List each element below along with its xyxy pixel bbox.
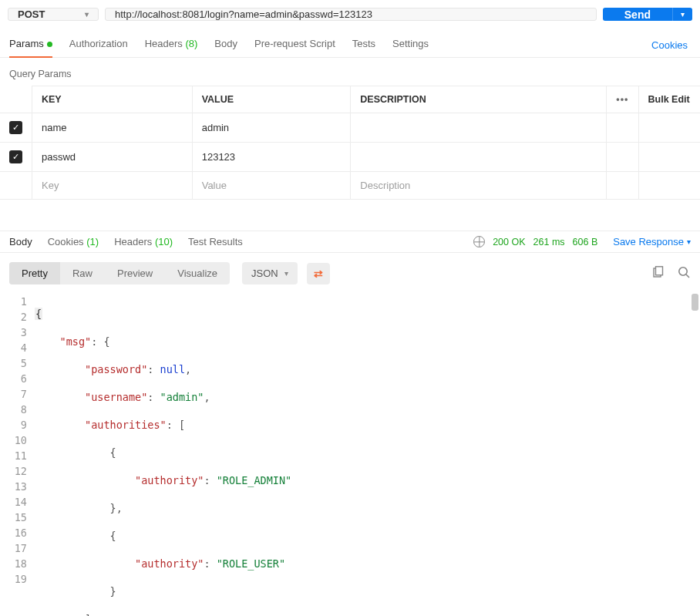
tab-authorization[interactable]: Authorization: [69, 33, 128, 57]
table-row: ✓ passwd 123123: [0, 143, 700, 172]
chevron-down-icon: ▾: [681, 10, 685, 19]
param-desc[interactable]: [351, 113, 607, 143]
tab-body[interactable]: Body: [214, 33, 237, 57]
query-params-table: KEY VALUE DESCRIPTION ••• Bulk Edit ✓ na…: [0, 86, 700, 200]
col-value: VALUE: [192, 86, 351, 113]
checkbox[interactable]: ✓: [9, 121, 22, 134]
format-select[interactable]: JSON ▾: [242, 262, 298, 284]
url-text: http://localhost:8081/login?name=admin&p…: [115, 8, 372, 20]
resp-tab-cookies[interactable]: Cookies (1): [48, 236, 99, 247]
table-row-new: Key Value Description: [0, 172, 700, 200]
status-code: 200 OK: [493, 237, 525, 247]
seg-raw[interactable]: Raw: [60, 262, 105, 284]
table-row: ✓ name admin: [0, 113, 700, 143]
cookies-link[interactable]: Cookies: [651, 39, 691, 51]
search-icon[interactable]: [678, 266, 691, 281]
param-value[interactable]: admin: [192, 113, 351, 143]
param-desc[interactable]: [351, 143, 607, 172]
method-label: POST: [18, 8, 45, 20]
tab-params[interactable]: Params: [9, 33, 52, 57]
query-params-title: Query Params: [0, 58, 700, 86]
param-key-placeholder[interactable]: Key: [32, 172, 193, 200]
param-value-placeholder[interactable]: Value: [192, 172, 351, 200]
url-input[interactable]: http://localhost:8081/login?name=admin&p…: [105, 8, 597, 21]
param-key[interactable]: passwd: [32, 143, 193, 172]
copy-icon[interactable]: [651, 266, 664, 281]
chevron-down-icon: ▾: [85, 10, 89, 19]
request-bar: POST ▾ http://localhost:8081/login?name=…: [0, 0, 700, 29]
param-key[interactable]: name: [32, 113, 193, 143]
status-dot-icon: [47, 42, 52, 47]
tab-settings[interactable]: Settings: [392, 33, 429, 57]
seg-visualize[interactable]: Visualize: [165, 262, 230, 284]
status-time: 261 ms: [533, 237, 565, 247]
more-icon[interactable]: •••: [616, 94, 628, 105]
code-lines: { "msg": { "password": null, "username":…: [35, 294, 700, 616]
wrap-toggle[interactable]: ⇄: [307, 263, 330, 284]
request-tabs: Params Authorization Headers (8) Body Pr…: [0, 29, 700, 58]
send-button-label: Send: [603, 8, 672, 21]
tab-tests[interactable]: Tests: [352, 33, 375, 57]
send-dropdown[interactable]: ▾: [672, 8, 692, 21]
resp-tab-results[interactable]: Test Results: [188, 236, 243, 247]
save-response-button[interactable]: Save Response ▾: [613, 236, 691, 247]
tab-prerequest[interactable]: Pre-request Script: [254, 33, 335, 57]
resp-tab-headers[interactable]: Headers (10): [114, 236, 173, 247]
svg-point-2: [679, 267, 687, 274]
seg-pretty[interactable]: Pretty: [9, 262, 60, 284]
globe-icon[interactable]: [473, 236, 485, 247]
send-button[interactable]: Send ▾: [603, 8, 692, 21]
col-key: KEY: [32, 86, 193, 113]
response-view-bar: Pretty Raw Preview Visualize JSON ▾ ⇄: [0, 253, 700, 294]
status-size: 606 B: [573, 237, 598, 247]
checkbox[interactable]: ✓: [9, 150, 22, 163]
line-gutter: 12345678910111213141516171819: [0, 294, 35, 616]
scrollbar-thumb[interactable]: [692, 294, 698, 311]
wrap-icon: ⇄: [314, 268, 323, 280]
response-body[interactable]: 12345678910111213141516171819 { "msg": {…: [0, 294, 700, 616]
response-header: Body Cookies (1) Headers (10) Test Resul…: [0, 231, 700, 253]
param-desc-placeholder[interactable]: Description: [351, 172, 607, 200]
chevron-down-icon: ▾: [687, 237, 691, 246]
method-select[interactable]: POST ▾: [8, 8, 99, 21]
resp-tab-body[interactable]: Body: [9, 236, 32, 247]
seg-preview[interactable]: Preview: [105, 262, 165, 284]
svg-line-3: [686, 274, 689, 278]
svg-rect-1: [656, 267, 663, 275]
bulk-edit-button[interactable]: Bulk Edit: [648, 94, 690, 105]
col-desc: DESCRIPTION: [351, 86, 607, 113]
chevron-down-icon: ▾: [284, 269, 288, 278]
param-value[interactable]: 123123: [192, 143, 351, 172]
tab-headers[interactable]: Headers (8): [145, 33, 198, 57]
view-segmented: Pretty Raw Preview Visualize: [9, 262, 230, 284]
response-status: 200 OK 261 ms 606 B: [473, 236, 597, 247]
